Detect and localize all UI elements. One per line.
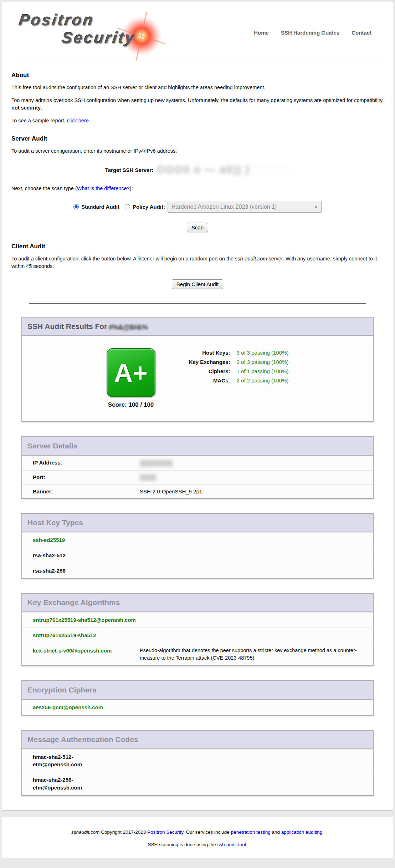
- redacted-target-name: #%&@$#&%: [109, 323, 148, 331]
- policy-audit-radio[interactable]: [125, 204, 130, 209]
- logo-text-line1: Positron: [18, 12, 149, 28]
- client-audit-paragraph: To audit a client configuration, click t…: [11, 255, 384, 270]
- footer-penetration-testing-link[interactable]: penetration testing: [231, 829, 271, 835]
- policy-select-value: Hardened Amazon Linux 2023 (version 1): [171, 204, 277, 210]
- results-header: SSH Audit Results For #%&@$#&%: [22, 318, 373, 336]
- sample-report-link[interactable]: click here: [67, 118, 89, 123]
- server-details-box: Server Details IP Address: Port: Banner:…: [21, 436, 374, 499]
- macs-title: Message Authentication Codes: [27, 735, 138, 743]
- stat-macs: MACs:2 of 2 passing (100%): [177, 377, 289, 384]
- footer-line-2: SSH scanning is done using the ssh-audit…: [6, 842, 389, 847]
- cipher-row: aes256-gcm@openssh.com: [22, 700, 373, 715]
- host-key-row: ssh-ed25519: [22, 532, 373, 548]
- nav-contact-link[interactable]: Contact: [352, 30, 371, 36]
- results-title: SSH Audit Results For: [27, 322, 107, 330]
- kex-terrapin-note: Pseudo-algorithm that denotes the peer s…: [140, 647, 373, 662]
- client-audit-heading: Client Audit: [11, 243, 384, 250]
- host-key-types-box: Host Key Types ssh-ed25519 rsa-sha2-512 …: [21, 513, 374, 579]
- footer-ssh-audit-tool-link[interactable]: ssh-audit tool: [217, 842, 246, 847]
- key-exchange-title: Key Exchange Algorithms: [27, 598, 120, 606]
- grade-panel: A+ Score: 100 / 100 Host Keys:3 of 3 pas…: [22, 336, 373, 421]
- detail-row-port: Port:: [22, 470, 373, 485]
- main-page-card: Positron Security Home SSH Hardening Gui…: [2, 2, 393, 811]
- nav-home-link[interactable]: Home: [254, 30, 269, 36]
- about-heading: About: [11, 72, 384, 79]
- redacted-port-value: [140, 474, 156, 481]
- results-divider: [29, 303, 366, 304]
- footer-sshaudit-name: sshaudit.com: [71, 829, 100, 835]
- scan-type-prompt: Next, choose the scan type (What is the …: [11, 185, 384, 192]
- about-paragraph-1: This free tool audits the configuration …: [11, 84, 384, 91]
- not-security-emphasis: not security: [11, 105, 41, 111]
- server-audit-heading: Server Audit: [11, 135, 384, 142]
- encryption-ciphers-box: Encryption Ciphers aes256-gcm@openssh.co…: [21, 680, 374, 716]
- target-server-label: Target SSH Server:: [105, 167, 154, 173]
- detail-row-ip: IP Address:: [22, 456, 373, 470]
- target-server-row: Target SSH Server: OOO0 o — a0)) ): [11, 163, 384, 177]
- kex-row: sntrup761x25519-sha512: [22, 628, 373, 643]
- scan-type-difference-link[interactable]: What is the difference?: [77, 186, 130, 191]
- begin-client-audit-button[interactable]: Begin Client Audit: [172, 279, 223, 289]
- host-key-row: rsa-sha2-256: [22, 563, 373, 578]
- nav-ssh-hardening-guides-link[interactable]: SSH Hardening Guides: [281, 30, 339, 36]
- key-exchange-box: Key Exchange Algorithms sntrup761x25519-…: [21, 593, 374, 666]
- standard-audit-radio[interactable]: [73, 204, 79, 209]
- server-audit-intro: To audit a server configuration, enter i…: [11, 147, 384, 155]
- grade-badge: A+: [107, 348, 155, 397]
- stat-key-exchanges: Key Exchanges:3 of 3 passing (100%): [177, 359, 289, 365]
- mac-row: hmac-sha2-256-etm@openssh.com: [22, 772, 373, 795]
- host-key-row: rsa-sha2-512: [22, 548, 373, 563]
- positron-security-logo[interactable]: Positron Security: [19, 12, 148, 51]
- grade-letter: A+: [114, 358, 148, 387]
- standard-audit-label: Standard Audit: [81, 204, 119, 210]
- results-stats: Host Keys:3 of 3 passing (100%) Key Exch…: [177, 350, 289, 387]
- redacted-hostname-blur: OOO0 o — a0)) ): [156, 163, 290, 177]
- footer-application-auditing-link[interactable]: application auditing: [281, 829, 323, 835]
- footer-line-1: sshaudit.com Copyright 2017-2023 Positro…: [6, 829, 389, 835]
- banner-value: SSH-2.0-OpenSSH_9.2p1: [140, 488, 373, 494]
- macs-box: Message Authentication Codes hmac-sha2-5…: [21, 730, 374, 796]
- scan-type-radio-row: Standard Audit Policy Audit: Hardened Am…: [11, 201, 384, 213]
- chevron-down-icon: ∨: [314, 204, 318, 209]
- footer: sshaudit.com Copyright 2017-2023 Positro…: [2, 817, 393, 858]
- target-server-input[interactable]: OOO0 o — a0)) ): [156, 163, 290, 177]
- redacted-ip-value: [140, 460, 173, 467]
- ssh-audit-com-italic: ssh-audit.com: [235, 256, 267, 262]
- scan-button[interactable]: Scan: [187, 223, 208, 232]
- about-paragraph-3: To see a sample report, click here.: [11, 117, 384, 125]
- policy-audit-label: Policy Audit:: [133, 204, 165, 210]
- detail-row-banner: Banner: SSH-2.0-OpenSSH_9.2p1: [22, 484, 373, 498]
- stat-host-keys: Host Keys:3 of 3 passing (100%): [177, 350, 289, 356]
- header-divider: [11, 61, 384, 61]
- footer-positron-security-link[interactable]: Positron Security: [147, 829, 183, 835]
- ssh-audit-results-box: SSH Audit Results For #%&@$#&% A+ Score:…: [21, 317, 374, 422]
- server-details-title: Server Details: [27, 442, 77, 450]
- kex-row: kex-strict-s-v00@openssh.com Pseudo-algo…: [22, 643, 373, 665]
- host-key-types-title: Host Key Types: [27, 518, 83, 527]
- stat-ciphers: Ciphers:1 of 1 passing (100%): [177, 368, 289, 374]
- site-header: Positron Security Home SSH Hardening Gui…: [2, 2, 393, 55]
- about-paragraph-2: Too many admins overlook SSH configurati…: [11, 97, 384, 112]
- main-nav: Home SSH Hardening Guides Contact: [254, 30, 376, 36]
- logo-text-line2: Security: [61, 30, 149, 46]
- policy-select[interactable]: Hardened Amazon Linux 2023 (version 1) ∨: [168, 201, 322, 213]
- kex-row: sntrup761x25519-sha512@openssh.com: [22, 612, 373, 628]
- mac-row: hmac-sha2-512-etm@openssh.com: [22, 749, 373, 772]
- score-label: Score: 100 / 100: [107, 401, 155, 408]
- encryption-ciphers-title: Encryption Ciphers: [27, 686, 97, 694]
